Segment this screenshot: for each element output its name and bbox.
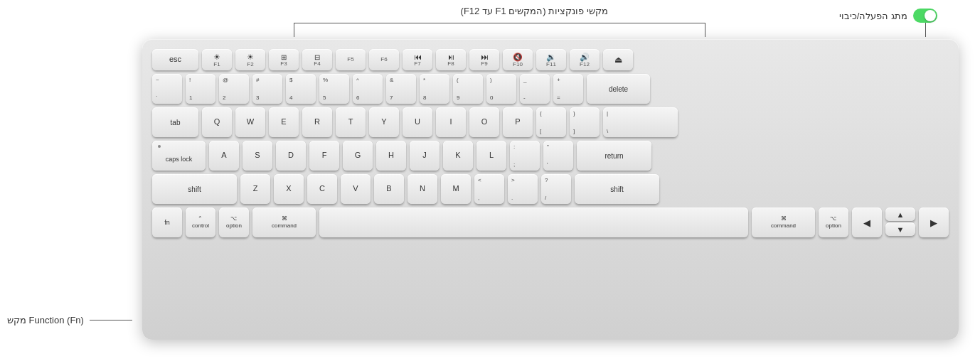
key-slash[interactable]: ? /	[541, 174, 571, 204]
key-k[interactable]: K	[443, 141, 473, 171]
key-backtick[interactable]: ~ `	[152, 74, 182, 104]
key-arrow-down[interactable]: ▼	[885, 222, 915, 236]
keyboard-wrapper: esc ☀ F1 ☀ F2 ⊞ F3 ⊟ F4 F5	[142, 39, 959, 340]
num-row: ~ ` ! 1 @ 2 # 3 $ 4	[152, 74, 949, 104]
key-f3[interactable]: ⊞ F3	[269, 49, 299, 70]
key-f1[interactable]: ☀ F1	[202, 49, 232, 70]
key-w[interactable]: W	[235, 107, 265, 137]
key-4[interactable]: $ 4	[286, 74, 316, 104]
key-option-right[interactable]: ⌥option	[819, 208, 848, 237]
key-command-left[interactable]: ⌘command	[252, 208, 316, 237]
top-letter-row: tab Q W E R T Y U I O P { [ } ]	[152, 107, 949, 137]
key-fn[interactable]: fn	[152, 208, 182, 237]
key-0[interactable]: ) 0	[486, 74, 516, 104]
key-backslash[interactable]: | \	[603, 107, 678, 137]
key-caps-lock[interactable]: caps lock	[152, 141, 206, 171]
key-r[interactable]: R	[302, 107, 332, 137]
key-f7[interactable]: ⏮ F7	[403, 49, 432, 70]
key-f2[interactable]: ☀ F2	[235, 49, 265, 70]
page-container: מתג הפעלה/כיבוי מקשי פונקציות (המקשים F1…	[0, 0, 980, 361]
key-c[interactable]: C	[307, 174, 337, 204]
key-t[interactable]: T	[336, 107, 366, 137]
key-space[interactable]	[319, 208, 748, 237]
key-1[interactable]: ! 1	[186, 74, 215, 104]
key-h[interactable]: H	[376, 141, 406, 171]
key-7[interactable]: & 7	[386, 74, 416, 104]
key-o[interactable]: O	[469, 107, 499, 137]
key-l[interactable]: L	[476, 141, 506, 171]
key-return[interactable]: return	[577, 141, 651, 171]
key-comma[interactable]: < ,	[474, 174, 504, 204]
bot-letter-row: shift Z X C V B N M < , > . ? /	[152, 174, 949, 204]
key-u[interactable]: U	[403, 107, 432, 137]
key-d[interactable]: D	[276, 141, 306, 171]
key-open-bracket[interactable]: { [	[536, 107, 566, 137]
key-j[interactable]: J	[410, 141, 440, 171]
key-shift-right[interactable]: shift	[575, 174, 659, 204]
key-eject[interactable]: ⏏	[603, 49, 633, 70]
key-3[interactable]: # 3	[252, 74, 282, 104]
key-f11[interactable]: 🔉 F11	[536, 49, 566, 70]
key-option-left[interactable]: ⌥option	[219, 208, 249, 237]
toggle-switch[interactable]	[913, 9, 937, 23]
key-f5[interactable]: F5	[336, 49, 366, 70]
key-minus[interactable]: _ -	[520, 74, 550, 104]
key-9[interactable]: ( 9	[453, 74, 483, 104]
key-period[interactable]: > .	[508, 174, 538, 204]
toggle-label: מתג הפעלה/כיבוי	[839, 9, 937, 23]
key-2[interactable]: @ 2	[219, 74, 249, 104]
key-i[interactable]: I	[436, 107, 466, 137]
key-x[interactable]: X	[274, 174, 304, 204]
key-m[interactable]: M	[441, 174, 471, 204]
key-g[interactable]: G	[343, 141, 373, 171]
key-f12[interactable]: 🔊 F12	[570, 49, 600, 70]
key-quote[interactable]: " '	[543, 141, 573, 171]
key-f6[interactable]: F6	[369, 49, 399, 70]
key-8[interactable]: * 8	[420, 74, 449, 104]
key-control[interactable]: ⌃control	[186, 208, 215, 237]
mid-letter-row: caps lock A S D F G H J K L : ; " '	[152, 141, 949, 171]
key-6[interactable]: ^ 6	[353, 74, 383, 104]
key-5[interactable]: % 5	[319, 74, 349, 104]
key-n[interactable]: N	[408, 174, 437, 204]
key-arrow-up[interactable]: ▲	[885, 208, 915, 221]
fn-row: esc ☀ F1 ☀ F2 ⊞ F3 ⊟ F4 F5	[152, 49, 949, 70]
arrow-up-down-group: ▲ ▼	[885, 208, 915, 237]
key-f10[interactable]: 🔇 F10	[503, 49, 533, 70]
key-z[interactable]: Z	[240, 174, 270, 204]
toggle-text: מתג הפעלה/כיבוי	[839, 11, 907, 21]
key-close-bracket[interactable]: } ]	[570, 107, 600, 137]
key-delete[interactable]: delete	[587, 74, 650, 104]
key-arrow-right[interactable]: ▶	[919, 208, 949, 237]
fn-key-label-line	[90, 320, 132, 321]
key-y[interactable]: Y	[369, 107, 399, 137]
key-v[interactable]: V	[341, 174, 371, 204]
key-semicolon[interactable]: : ;	[510, 141, 540, 171]
key-s[interactable]: S	[243, 141, 272, 171]
key-q[interactable]: Q	[202, 107, 232, 137]
key-a[interactable]: A	[209, 141, 239, 171]
key-f8[interactable]: ⏯ F8	[436, 49, 466, 70]
key-f4[interactable]: ⊟ F4	[302, 49, 332, 70]
fn-key-label-area: מקש Function (Fn)	[7, 315, 132, 325]
key-f[interactable]: F	[309, 141, 339, 171]
key-p[interactable]: P	[503, 107, 533, 137]
key-command-right[interactable]: ⌘command	[752, 208, 815, 237]
function-keys-bracket	[294, 23, 705, 37]
key-tab[interactable]: tab	[152, 107, 198, 137]
toggle-connector-line	[925, 23, 927, 37]
key-arrow-left[interactable]: ◀	[852, 208, 882, 237]
key-e[interactable]: E	[269, 107, 299, 137]
space-row: fn ⌃control ⌥option ⌘command ⌘command ⌥o…	[152, 208, 949, 237]
keyboard: esc ☀ F1 ☀ F2 ⊞ F3 ⊟ F4 F5	[142, 39, 959, 340]
key-f9[interactable]: ⏭ F9	[469, 49, 499, 70]
fn-key-label-text: מקש Function (Fn)	[7, 315, 84, 325]
key-equals[interactable]: + =	[553, 74, 583, 104]
key-esc[interactable]: esc	[152, 49, 198, 70]
key-shift-left[interactable]: shift	[152, 174, 237, 204]
key-b[interactable]: B	[374, 174, 404, 204]
function-keys-label: מקשי פונקציות (המקשים F1 עד F12)	[461, 6, 608, 16]
